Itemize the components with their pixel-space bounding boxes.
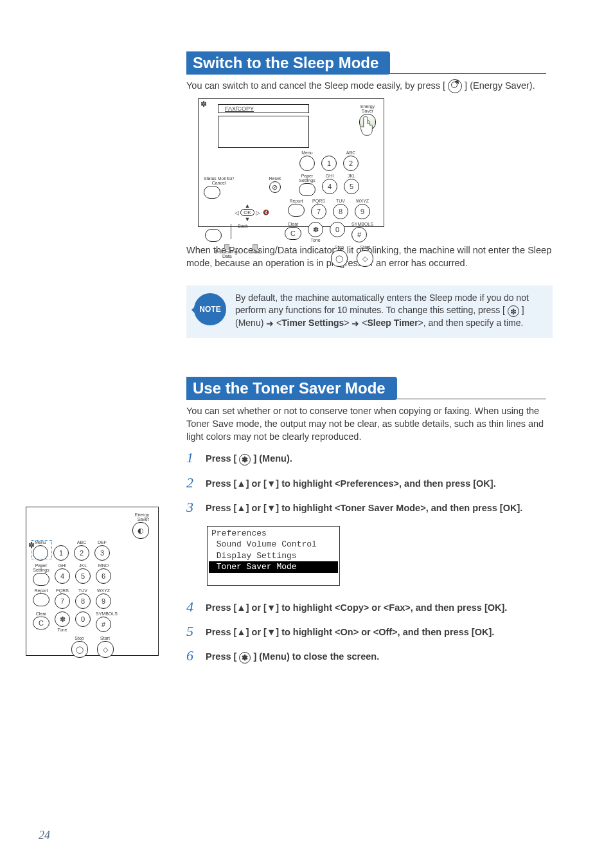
reset-label: Reset bbox=[269, 176, 281, 181]
step-text: Press [ ] (Menu). bbox=[206, 451, 292, 465]
kp-stop-label: Stop bbox=[331, 245, 348, 249]
kp-stop: ◯ bbox=[71, 641, 88, 658]
kp-menu bbox=[299, 156, 315, 171]
kp-stop: ◯ bbox=[331, 250, 348, 267]
intro-pre: You can switch to and cancel the Sleep m… bbox=[186, 80, 448, 91]
energy-saver-button: ◐ bbox=[132, 522, 149, 539]
arrow-icon: ➜ bbox=[351, 318, 359, 330]
intro-toner: You can set whether or not to conserve t… bbox=[186, 404, 553, 444]
step-text: Press [▲] or [▼] to highlight <Toner Sav… bbox=[206, 500, 522, 514]
lcd-row: Display Settings bbox=[208, 550, 339, 562]
step-num: 2 bbox=[186, 476, 198, 490]
kp-star: ✽ bbox=[55, 611, 70, 627]
note-timer: Timer Settings bbox=[281, 318, 344, 328]
note-box: NOTE By default, the machine automatical… bbox=[186, 285, 553, 338]
step-text: Press [▲] or [▼] to highlight <Copy> or … bbox=[206, 600, 507, 614]
section-heading-toner: Use the Toner Saver Mode bbox=[186, 377, 553, 399]
kp-5: 5 bbox=[75, 568, 91, 584]
page-number: 24 bbox=[39, 829, 50, 842]
kp-ghi: GHI bbox=[322, 174, 337, 178]
note-badge: NOTE bbox=[194, 293, 226, 325]
menu-icon bbox=[508, 305, 519, 317]
menu-icon bbox=[239, 652, 251, 664]
kp-symbols: SYMBOLS bbox=[351, 222, 373, 226]
kp-7: 7 bbox=[311, 204, 326, 219]
kp-hash: # bbox=[351, 227, 367, 242]
kp-1: 1 bbox=[53, 545, 69, 561]
kp-9: 9 bbox=[96, 593, 111, 609]
kp-pqrs: PQRS bbox=[311, 199, 326, 203]
lcd-row: Sound Volume Control bbox=[208, 539, 339, 550]
kp-1: 1 bbox=[321, 156, 337, 171]
kp-clear-label: Clear bbox=[285, 222, 301, 226]
kp-star: ✽ bbox=[308, 222, 323, 237]
step-num: 4 bbox=[186, 600, 198, 614]
energy-saver-icon bbox=[448, 79, 462, 93]
heading-tab: Use the Toner Saver Mode bbox=[186, 377, 397, 400]
step-text: Press [▲] or [▼] to highlight <On> or <O… bbox=[206, 624, 494, 638]
kp-start-label: Start bbox=[357, 245, 373, 249]
step-4: 4 Press [▲] or [▼] to highlight <Copy> o… bbox=[186, 600, 553, 614]
kp-2: 2 bbox=[74, 545, 89, 561]
step-num: 6 bbox=[186, 649, 198, 663]
intro-post: ] (Energy Saver). bbox=[462, 80, 535, 91]
step-6: 6 Press [ ] (Menu) to close the screen. bbox=[186, 649, 553, 663]
kp-2: 2 bbox=[343, 156, 359, 171]
status-monitor-label: Status Monitor/ Cancel bbox=[204, 176, 234, 185]
step-2: 2 Press [▲] or [▼] to highlight <Prefere… bbox=[186, 476, 553, 490]
kp-report bbox=[33, 593, 49, 606]
kp-8: 8 bbox=[333, 204, 348, 219]
kp-jkl: JKL bbox=[344, 174, 359, 178]
section-heading-sleep: Switch to the Sleep Mode bbox=[186, 51, 553, 73]
kp-6: 6 bbox=[96, 568, 111, 584]
lcd-title: Preferences bbox=[208, 528, 339, 539]
kp-tuv: TUV bbox=[333, 199, 348, 203]
callout-line bbox=[231, 224, 231, 239]
processing-led bbox=[224, 244, 229, 249]
step-text: Press [ ] (Menu) to close the screen. bbox=[206, 649, 379, 663]
kp-start: ◇ bbox=[97, 641, 114, 658]
fax-copy-tab: FAX/COPY bbox=[218, 104, 309, 113]
intro-sleep: You can switch to and cancel the Sleep m… bbox=[186, 79, 553, 93]
keypad-illustration: Energy Saver ◐ Menu 1 ABC2 DEF3 Paper Se… bbox=[26, 507, 159, 656]
step-num: 1 bbox=[186, 451, 198, 465]
kp-9: 9 bbox=[355, 204, 370, 219]
back-label: Back bbox=[205, 224, 281, 228]
kp-paper bbox=[299, 183, 315, 196]
note-post: >, and then specify a time. bbox=[418, 318, 524, 328]
arrow-icon: ➜ bbox=[266, 318, 274, 330]
hand-icon bbox=[359, 114, 377, 138]
kp-4: 4 bbox=[322, 179, 337, 194]
kp-start: ◇ bbox=[357, 250, 373, 267]
kp-menu-label: Menu bbox=[299, 150, 315, 155]
note-sleep: Sleep Timer bbox=[367, 318, 418, 328]
step-3: 3 Press [▲] or [▼] to highlight <Toner S… bbox=[186, 500, 553, 590]
note-pre: By default, the machine automatically en… bbox=[235, 293, 529, 316]
step-text: Press [▲] or [▼] to highlight <Preferenc… bbox=[206, 476, 496, 490]
menu-icon bbox=[239, 454, 251, 466]
kp-5: 5 bbox=[344, 179, 359, 194]
step-1: 1 Press [ ] (Menu). bbox=[186, 451, 553, 465]
processing-label: Processing/ Data bbox=[215, 249, 239, 258]
kp-clear: C bbox=[285, 227, 301, 240]
kp-report-label: Report bbox=[288, 199, 305, 203]
kp-hash: # bbox=[96, 617, 111, 632]
reset-button: ⊘ bbox=[269, 181, 281, 193]
step-5: 5 Press [▲] or [▼] to highlight <On> or … bbox=[186, 624, 553, 638]
error-label: Error bbox=[251, 249, 261, 254]
kp-wxyz: WXYZ bbox=[355, 199, 370, 203]
ok-button: OK bbox=[240, 209, 254, 216]
kp-abc: ABC bbox=[343, 150, 359, 155]
kp-paper-label: Paper Settings bbox=[299, 174, 315, 183]
kp-paper bbox=[33, 573, 49, 586]
energy-saver-label: Energy Saver bbox=[26, 512, 149, 521]
lcd-row-selected: Toner Saver Mode bbox=[209, 561, 338, 573]
lcd-preview: Preferences Sound Volume Control Display… bbox=[207, 526, 340, 586]
kp-0: 0 bbox=[330, 222, 345, 237]
kp-tone-label: Tone bbox=[308, 238, 323, 242]
error-led bbox=[253, 244, 258, 249]
kp-report bbox=[288, 204, 305, 217]
note-text: By default, the machine automatically en… bbox=[235, 292, 545, 330]
status-monitor-button bbox=[204, 186, 220, 199]
step-num: 3 bbox=[186, 500, 198, 514]
